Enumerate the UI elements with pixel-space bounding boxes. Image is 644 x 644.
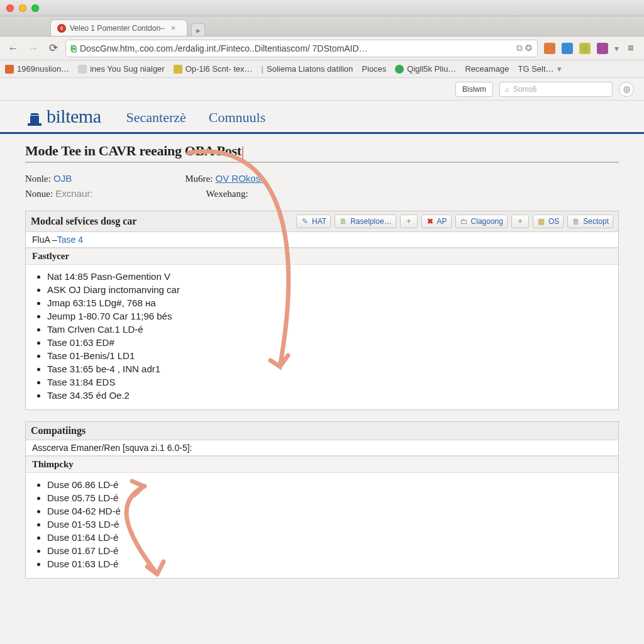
- close-tab-icon[interactable]: ×: [171, 23, 176, 33]
- page-actions-icon[interactable]: ⧉ ✪: [516, 43, 532, 53]
- toolbar-button[interactable]: 🗀Clagoong: [455, 214, 508, 228]
- pencil-icon: ✎: [301, 217, 309, 226]
- trash-icon: 🗑: [572, 217, 580, 226]
- toolbar-button-label: AP: [437, 217, 447, 226]
- extension-icon[interactable]: [597, 43, 608, 54]
- bookmark-item[interactable]: ines You Sug nialger: [78, 64, 165, 74]
- plus2-icon: ＋: [516, 217, 525, 226]
- list-item: Tase 31:84 EDS: [47, 377, 612, 387]
- page-title: Mode Tee in CAVR reeaing OBA Post|: [25, 143, 619, 159]
- bookmark-item[interactable]: Receamage: [465, 64, 509, 74]
- bookmark-icon: [174, 65, 182, 74]
- list-item: Duse 01.67 LD-é: [47, 545, 612, 556]
- toolbar-button[interactable]: 🗑Sectopt: [567, 214, 613, 228]
- item-list: Nat 14:85 Pasn-Gemention VASK OJ Diarg i…: [26, 265, 618, 409]
- nav-item[interactable]: Secanterzè: [126, 109, 186, 126]
- list-item: ASK OJ Diarg inctomanving car: [47, 284, 612, 295]
- list-item: Tase 01:63 ED#: [47, 337, 612, 348]
- primary-nav: Secanterzè Comnuuls: [126, 109, 265, 127]
- bookmark-item[interactable]: TG Selt…▾: [518, 64, 561, 74]
- toolbar-button[interactable]: ▦OS: [533, 214, 564, 228]
- zoom-window-button[interactable]: [31, 4, 39, 12]
- item-list: Duse 06.86 LD-éDuse 05.75 LD-éDuse 04-62…: [26, 473, 618, 578]
- list-item: Duse 06.86 LD-é: [47, 479, 612, 490]
- toolbar-button-label: Clagoong: [471, 217, 503, 226]
- meta-value: Excnaur:: [55, 188, 92, 199]
- list-item: Tase 34.35 éd Oe.2: [47, 390, 612, 401]
- window-titlebar: [0, 0, 644, 16]
- url-text: DoscGnw.htm,.coo.com./erdalig.int./Finte…: [80, 43, 368, 53]
- site-masthead: biltema Secanterzè Comnuuls: [0, 101, 644, 130]
- overflow-icon[interactable]: ▾: [614, 43, 619, 53]
- target-icon[interactable]: ◎: [619, 82, 634, 97]
- meta-value[interactable]: OJB: [53, 173, 72, 184]
- bookmark-label: Qigll5k Pliu…: [407, 64, 456, 74]
- bookmark-label: 1969nuslion…: [17, 64, 69, 74]
- new-tab-button[interactable]: ▸: [191, 23, 205, 36]
- logo-icon: [25, 111, 44, 127]
- toolbar-button-label: HAT: [312, 217, 326, 226]
- toolbar-button-label: Raselploe…: [350, 217, 391, 226]
- site-logo[interactable]: biltema: [25, 106, 101, 127]
- panel-header: Compatiings: [26, 422, 618, 440]
- services-panel: Modcal sefvices dosg car ✎HAT🗎Raselploe……: [25, 211, 619, 410]
- chrome-menu-icon[interactable]: ≡: [625, 42, 636, 55]
- extension-icons: ▾ ≡: [541, 42, 639, 55]
- toolbar-button[interactable]: ＋: [400, 214, 418, 228]
- extension-icon[interactable]: [579, 43, 591, 54]
- list-item: Nat 14:85 Pasn-Gemention V: [47, 271, 612, 282]
- toolbar-button[interactable]: ✖AP: [421, 214, 452, 228]
- bookmark-item[interactable]: Qigll5k Pliu…: [395, 64, 456, 74]
- bookmark-label: Pioces: [362, 64, 386, 74]
- sub-prefix: FluA –: [32, 235, 57, 245]
- toolbar-button-label: OS: [548, 217, 559, 226]
- meta-row: Nonle: OJB Mu6re: OV ROkost.: [25, 173, 619, 184]
- bookmark-item[interactable]: |Soliema Liatons datilion: [262, 64, 353, 74]
- compatiings-panel: Compatiings Asscerva Emaner/Ren [squva z…: [25, 421, 619, 579]
- toolbar-button[interactable]: ＋: [511, 214, 529, 228]
- header-button[interactable]: Bislwm: [455, 82, 493, 97]
- extension-icon[interactable]: [562, 43, 573, 54]
- bookmark-item[interactable]: Op-1l6 Scnt- tex…: [174, 64, 253, 74]
- back-button[interactable]: ←: [5, 40, 21, 57]
- bookmark-label: TG Selt…: [518, 64, 553, 74]
- list-item: Tase 01-Benis/1 LD1: [47, 350, 612, 361]
- list-item: Duse 01:64 LD-é: [47, 532, 612, 543]
- toolbar-button[interactable]: 🗎Raselploe…: [335, 214, 396, 228]
- meta-value[interactable]: OV ROkost.: [216, 173, 266, 184]
- page-utility-bar: Bislwm ⌕ Soms6 ◎: [0, 78, 644, 101]
- bookmark-label: Receamage: [465, 64, 509, 74]
- section-heading: Fastlycer: [26, 248, 618, 265]
- list-item: Tam Crlven Cat.1 LD-é: [47, 324, 612, 335]
- logo-text: biltema: [47, 106, 101, 127]
- nav-item[interactable]: Comnuuls: [209, 109, 265, 126]
- forward-button[interactable]: →: [25, 40, 42, 57]
- search-placeholder: Soms6: [513, 85, 536, 94]
- bookmark-item[interactable]: 1969nuslion…: [5, 64, 69, 74]
- tab-favicon: ◊: [57, 24, 66, 33]
- search-icon: ⌕: [505, 85, 509, 94]
- minimize-window-button[interactable]: [19, 4, 26, 12]
- meta-label: Nonle:: [25, 174, 51, 184]
- panel-title: Compatiings: [31, 425, 86, 436]
- sub-link[interactable]: Tase 4: [57, 235, 83, 245]
- toolbar-button[interactable]: ✎HAT: [296, 214, 331, 228]
- header-search[interactable]: ⌕ Soms6: [499, 82, 613, 97]
- address-bar[interactable]: ⎘ DoscGnw.htm,.coo.com./erdalig.int./Fin…: [65, 40, 538, 57]
- browser-tab[interactable]: ◊ Veleo 1 Pomenter Contdon– ×: [50, 19, 187, 36]
- bookmark-label: Op-1l6 Scnt- tex…: [186, 64, 253, 74]
- toolbar-button-label: Sectopt: [583, 217, 609, 226]
- reload-button[interactable]: ⟳: [45, 40, 62, 57]
- close-window-button[interactable]: [6, 4, 14, 12]
- panel-title: Modcal sefvices dosg car: [31, 216, 136, 227]
- bookmark-icon: [78, 65, 87, 74]
- list-item: Duse 01:63 LD-é: [47, 558, 612, 569]
- bookmark-icon: [395, 65, 404, 74]
- list-item: Tase 31:65 be-4 , INN adr1: [47, 364, 612, 374]
- list-item: Jeump 1-80.70 Car 11;96 bés: [47, 311, 612, 321]
- bookmark-item[interactable]: Pioces: [362, 64, 386, 74]
- title-divider: [25, 162, 619, 163]
- extension-icon[interactable]: [544, 43, 555, 54]
- panel-header: Modcal sefvices dosg car ✎HAT🗎Raselploe……: [26, 211, 618, 232]
- clip-icon: 🗀: [460, 217, 469, 226]
